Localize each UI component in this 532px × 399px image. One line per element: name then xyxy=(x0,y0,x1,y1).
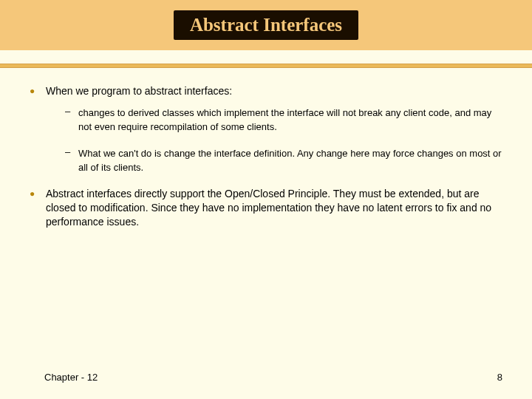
header-band: Abstract Interfaces xyxy=(0,0,532,50)
bullet-item: ● When we program to abstract interfaces… xyxy=(30,84,502,98)
bullet-text: Abstract interfaces directly support the… xyxy=(46,187,502,229)
bullet-icon: ● xyxy=(30,188,46,229)
bullet-item: ● Abstract interfaces directly support t… xyxy=(30,187,502,229)
sub-list: – changes to derived classes which imple… xyxy=(65,106,502,175)
footer-chapter: Chapter - 12 xyxy=(44,372,98,383)
sub-text: What we can't do is change the interface… xyxy=(78,146,502,175)
bullet-icon: ● xyxy=(30,86,46,98)
sub-item: – What we can't do is change the interfa… xyxy=(65,146,502,175)
footer-page-number: 8 xyxy=(497,372,502,383)
dash-icon: – xyxy=(65,106,78,134)
sub-item: – changes to derived classes which imple… xyxy=(65,106,502,134)
bullet-text: When we program to abstract interfaces: xyxy=(46,84,232,98)
slide-title: Abstract Interfaces xyxy=(190,15,342,35)
slide-content: ● When we program to abstract interfaces… xyxy=(0,68,532,229)
dash-icon: – xyxy=(65,146,78,175)
title-box: Abstract Interfaces xyxy=(174,10,358,40)
sub-text: changes to derived classes which impleme… xyxy=(78,106,502,134)
slide-footer: Chapter - 12 8 xyxy=(0,372,532,383)
